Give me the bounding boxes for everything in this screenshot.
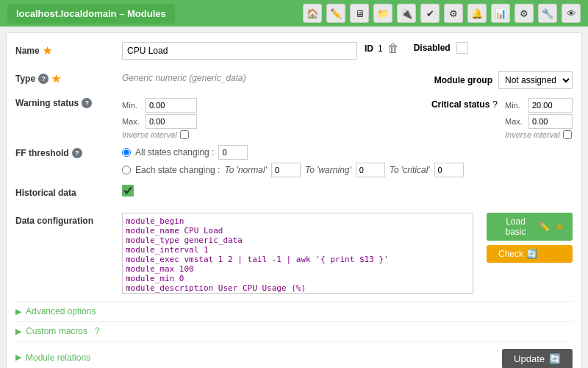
plugin-icon[interactable]: 🔌 [397, 4, 416, 23]
ff-to-warning-label: To 'warning' [305, 165, 351, 175]
warning-max-row: Max. [122, 114, 197, 129]
critical-status-label: Critical status [431, 99, 490, 110]
load-basic-star: ★ [556, 222, 564, 232]
check-button[interactable]: Check 🔄 ★ [487, 245, 573, 263]
ff-to-warning-input[interactable] [356, 163, 385, 177]
name-label: Name ★ [15, 42, 122, 57]
module-relations-chevron: ▶ [15, 353, 21, 362]
refresh-icon: 🔄 [526, 249, 537, 259]
folder-icon[interactable]: 📁 [373, 4, 392, 23]
historical-data-checkbox[interactable] [122, 185, 134, 197]
advanced-chevron: ▶ [15, 307, 21, 316]
ff-to-critical-input[interactable] [434, 163, 464, 177]
bottom-bar: Update 🔄 [502, 349, 573, 368]
name-input[interactable] [122, 42, 357, 60]
warning-min-input[interactable] [146, 98, 197, 113]
id-label: ID [365, 43, 373, 54]
warning-status-label: Warning status ? [15, 98, 122, 108]
disabled-section: Disabled [414, 42, 468, 54]
critical-status-inputs: Min. Max. Inverse interval [505, 98, 573, 139]
data-config-textarea[interactable]: module_begin module_name CPU Load module… [122, 213, 473, 294]
ff-all-states-input[interactable] [218, 145, 248, 160]
critical-inverse-label: Inverse interval [505, 130, 560, 139]
warning-help-icon[interactable]: ? [82, 98, 92, 108]
main-form: Name ★ ID 1 🗑 Disabled Type ? ★ Generic … [6, 32, 582, 368]
historical-data-row: Historical data [15, 185, 573, 205]
critical-max-input[interactable] [528, 114, 573, 129]
advanced-options-row[interactable]: ▶ Advanced options [15, 301, 573, 321]
module-group-label: Module group [434, 75, 492, 85]
graph-icon[interactable]: 📊 [491, 4, 510, 23]
ff-threshold-row: FF threshold ? All states changing : Eac… [15, 145, 573, 177]
alert-icon[interactable]: 🔔 [467, 4, 487, 23]
ff-each-state-label: Each state changing : [135, 165, 220, 175]
ff-all-states-radio[interactable] [122, 148, 131, 157]
module-group-section: Module group Not assigned [434, 70, 573, 89]
critical-inverse-checkbox[interactable] [563, 130, 572, 139]
nodes-icon[interactable]: ⚙ [444, 4, 463, 23]
custom-macros-help[interactable]: ? [95, 326, 100, 336]
module-relations-row[interactable]: ▶ Module relations Update 🔄 [15, 341, 573, 368]
critical-max-row: Max. [505, 114, 573, 129]
disabled-checkbox[interactable] [456, 42, 468, 54]
ff-help-icon[interactable]: ? [72, 148, 82, 158]
edit-icon[interactable]: ✏️ [326, 4, 345, 23]
tools-icon[interactable]: 🔧 [538, 4, 557, 23]
data-config-section: module_begin module_name CPU Load module… [122, 213, 573, 294]
critical-inverse-row: Inverse interval [505, 130, 573, 139]
ff-to-critical-label: To 'critical' [390, 165, 430, 175]
critical-min-row: Min. [505, 98, 573, 113]
name-row: Name ★ ID 1 🗑 Disabled [15, 42, 573, 63]
warning-inverse-row: Inverse interval [122, 130, 197, 139]
ff-to-normal-label: To 'normal' [224, 165, 267, 175]
warning-inverse-label: Inverse interval [122, 130, 177, 139]
load-basic-button[interactable]: Load basic ✏️ ★ [487, 213, 573, 241]
ff-threshold-label: FF threshold ? [15, 145, 122, 158]
data-config-row: Data configuration module_begin module_n… [15, 213, 573, 294]
monitor-icon[interactable]: 🖥 [350, 4, 369, 23]
app-title: localhost.localdomain – Modules [7, 4, 175, 24]
critical-max-label: Max. [505, 117, 526, 126]
ff-each-state-row: Each state changing : To 'normal' To 'wa… [122, 163, 464, 177]
custom-macros-label: Custom macros [26, 326, 87, 336]
type-row: Type ? ★ Generic numeric (generic_data) … [15, 70, 573, 91]
type-value: Generic numeric (generic_data) [122, 70, 246, 83]
delete-icon[interactable]: 🗑 [387, 42, 399, 55]
type-required-star: ★ [51, 73, 61, 85]
custom-macros-chevron: ▶ [15, 327, 21, 336]
module-relations-label: Module relations [26, 353, 90, 363]
warning-status-inputs: Min. Max. Inverse interval [122, 98, 197, 139]
name-required-star: ★ [43, 45, 52, 57]
settings-icon[interactable]: ⚙ [514, 4, 534, 23]
home-icon[interactable]: 🏠 [303, 4, 322, 23]
warning-min-label: Min. [122, 101, 143, 110]
advanced-options-label: Advanced options [26, 306, 96, 316]
view-icon[interactable]: 👁 [562, 4, 581, 23]
type-label: Type ? ★ [15, 70, 122, 85]
load-basic-label: Load basic [495, 216, 536, 237]
critical-help-icon[interactable]: ? [492, 99, 498, 110]
update-button[interactable]: Update 🔄 [502, 349, 573, 368]
update-label: Update [514, 353, 545, 364]
disabled-label: Disabled [414, 43, 451, 53]
ff-each-state-radio[interactable] [122, 166, 131, 174]
toolbar-icons: 🏠 ✏️ 🖥 📁 🔌 ✔ ⚙ 🔔 📊 ⚙ 🔧 👁 [303, 4, 581, 23]
warning-min-row: Min. [122, 98, 197, 113]
top-bar: localhost.localdomain – Modules 🏠 ✏️ 🖥 📁… [0, 0, 588, 26]
critical-min-input[interactable] [528, 98, 573, 113]
status-row: Warning status ? Min. Max. Inverse inter… [15, 98, 573, 139]
type-help-icon[interactable]: ? [38, 74, 49, 84]
id-section: ID 1 🗑 [365, 42, 399, 55]
warning-max-input[interactable] [146, 114, 197, 129]
module-group-select[interactable]: Not assigned [498, 71, 573, 89]
ff-section: All states changing : Each state changin… [122, 145, 464, 177]
ff-to-normal-input[interactable] [271, 163, 301, 177]
historical-data-label: Historical data [15, 185, 122, 198]
warning-inverse-checkbox[interactable] [180, 130, 189, 139]
check-icon[interactable]: ✔ [420, 4, 440, 23]
pencil-icon: ✏️ [539, 222, 550, 232]
custom-macros-row[interactable]: ▶ Custom macros ? [15, 321, 573, 341]
critical-min-label: Min. [505, 101, 526, 110]
check-label: Check [498, 249, 523, 259]
check-star: ★ [543, 249, 551, 259]
